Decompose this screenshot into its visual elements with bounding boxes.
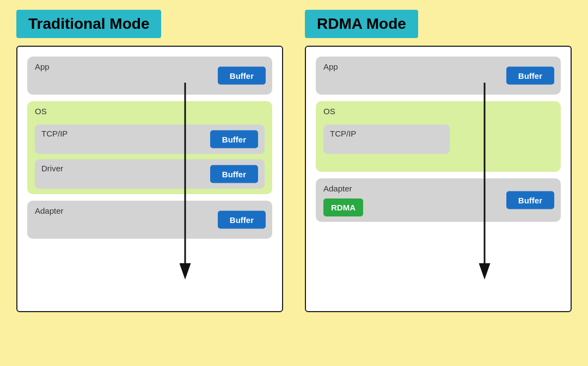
traditional-app-buffer[interactable]: Buffer — [218, 67, 266, 85]
rdma-adapter-layer: Adapter RDMA Buffer — [316, 178, 561, 222]
rdma-diagram: App Buffer OS TCP/IP Adapter RDMA Buffer — [305, 46, 572, 312]
rdma-adapter-buffer[interactable]: Buffer — [506, 191, 554, 209]
main-container: Traditional Mode App Buffer OS TCP/IP Bu… — [16, 10, 572, 312]
rdma-rdma-button[interactable]: RDMA — [323, 198, 363, 216]
rdma-app-buffer[interactable]: Buffer — [506, 67, 554, 85]
traditional-diagram: App Buffer OS TCP/IP Buffer Driver Buffe… — [16, 46, 283, 312]
traditional-tcp-layer: TCP/IP Buffer — [35, 125, 265, 154]
traditional-app-layer: App Buffer — [27, 57, 272, 95]
rdma-section: RDMA Mode App Buffer OS TCP/IP Adapter — [305, 10, 572, 312]
rdma-app-layer: App Buffer — [316, 57, 561, 95]
rdma-tcp-layer: TCP/IP — [323, 125, 450, 154]
traditional-driver-buffer[interactable]: Buffer — [210, 165, 258, 183]
rdma-os-layer: OS TCP/IP — [316, 101, 561, 172]
traditional-diagram-wrapper: App Buffer OS TCP/IP Buffer Driver Buffe… — [16, 46, 283, 312]
traditional-tcp-buffer[interactable]: Buffer — [210, 131, 258, 148]
traditional-driver-layer: Driver Buffer — [35, 159, 265, 189]
traditional-os-label: OS — [35, 107, 265, 116]
traditional-title: Traditional Mode — [16, 10, 161, 38]
traditional-adapter-buffer[interactable]: Buffer — [218, 211, 266, 229]
traditional-adapter-layer: Adapter Buffer — [27, 201, 272, 239]
rdma-os-label: OS — [323, 107, 553, 116]
rdma-tcp-label: TCP/IP — [330, 129, 443, 138]
traditional-os-layer: OS TCP/IP Buffer Driver Buffer — [27, 101, 272, 194]
rdma-title: RDMA Mode — [305, 10, 418, 38]
rdma-diagram-wrapper: App Buffer OS TCP/IP Adapter RDMA Buffer — [305, 46, 572, 312]
traditional-section: Traditional Mode App Buffer OS TCP/IP Bu… — [16, 10, 283, 312]
